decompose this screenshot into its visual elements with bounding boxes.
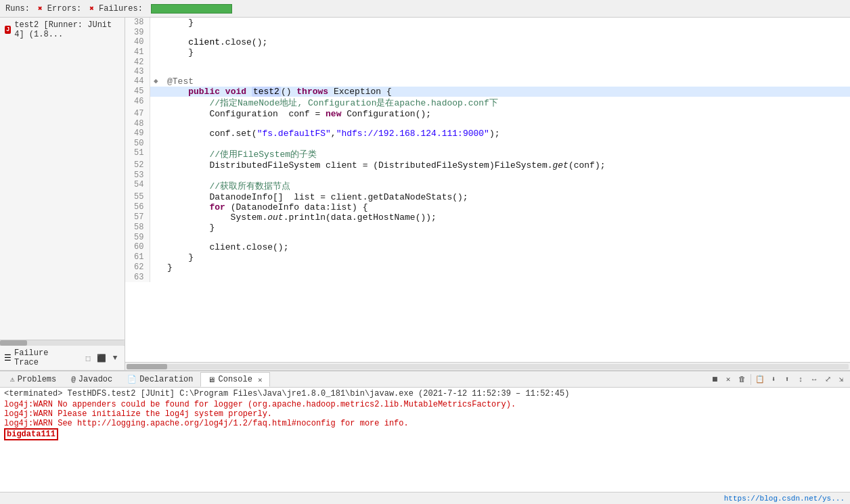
hscroll-thumb[interactable] <box>127 364 167 369</box>
tab-javadoc-label: Javadoc <box>79 375 112 384</box>
bottom-panel: ⚠ Problems @ Javadoc 📄 Declaration 🖥 Con… <box>0 370 850 492</box>
errors-label: ✖ Errors: <box>38 4 81 14</box>
console-bigdata: bigdata111 <box>4 428 58 440</box>
line-marker <box>150 119 162 129</box>
line-number: 52 <box>125 160 150 170</box>
console-btn7[interactable]: ↕ <box>795 373 807 386</box>
left-panel: J test2 [Runner: JUnit 4] (1.8... ☰ Fail… <box>0 18 125 370</box>
console-btn5[interactable]: ⬇ <box>767 373 780 386</box>
line-number: 55 <box>125 192 150 202</box>
line-code: @Test <box>162 76 850 87</box>
line-marker <box>150 273 162 282</box>
line-number: 40 <box>125 37 150 47</box>
line-marker <box>150 47 162 58</box>
line-marker <box>150 223 162 233</box>
declaration-icon: 📄 <box>127 375 137 384</box>
line-number: 46 <box>125 97 150 109</box>
line-number: 51 <box>125 148 150 160</box>
line-number: 49 <box>125 129 150 139</box>
line-code: DatanodeInfo[] list = client.getDataNode… <box>162 192 850 202</box>
status-url: https://blog.csdn.net/ys... <box>724 495 845 503</box>
tab-problems-label: Problems <box>18 375 57 384</box>
line-code: client.close(); <box>162 242 850 252</box>
line-code: } <box>162 262 850 273</box>
failure-trace-bar: ☰ Failure Trace ⬚ ⬛ ▼ <box>0 346 125 370</box>
line-marker <box>150 129 162 139</box>
bottom-tabs: ⚠ Problems @ Javadoc 📄 Declaration 🖥 Con… <box>0 371 850 388</box>
tree-item-test2[interactable]: J test2 [Runner: JUnit 4] (1.8... <box>0 19 125 41</box>
line-code <box>162 58 850 67</box>
ft-btn2[interactable]: ⬛ <box>96 352 107 363</box>
line-code <box>162 233 850 242</box>
console-btn10[interactable]: ⇲ <box>835 373 847 386</box>
tab-console-label: Console <box>218 375 252 384</box>
line-number: 44 <box>125 76 150 87</box>
console-content: <terminated> TestHDFS.test2 [JUnit] C:\P… <box>0 388 850 492</box>
console-btn4[interactable]: 📋 <box>754 373 766 386</box>
junit-icon: J <box>4 24 12 35</box>
console-btn8[interactable]: ↔ <box>808 373 820 386</box>
hscroll-bar[interactable] <box>125 362 850 370</box>
javadoc-icon: @ <box>71 375 76 384</box>
failure-trace-label: Failure Trace <box>14 348 77 367</box>
console-btn6[interactable]: ⬆ <box>781 373 793 386</box>
ft-btn3[interactable]: ▼ <box>110 352 120 363</box>
hscroll-track[interactable] <box>127 364 849 369</box>
line-number: 43 <box>125 67 150 76</box>
failures-label: ✖ Failures: <box>89 4 143 14</box>
line-code: //指定NameNode地址, Configuration是在apache.ha… <box>162 97 850 109</box>
line-number: 60 <box>125 242 150 252</box>
line-number: 58 <box>125 223 150 233</box>
tab-declaration[interactable]: 📄 Declaration <box>120 372 200 387</box>
code-area: 38 }3940 client.close();41 }424344◆@Test… <box>125 18 850 370</box>
line-marker <box>150 212 162 223</box>
line-code: } <box>162 252 850 262</box>
runs-label: Runs: <box>5 4 30 14</box>
tab-console[interactable]: 🖥 Console ✕ <box>200 372 269 387</box>
problems-icon: ⚠ <box>10 375 15 384</box>
code-scroll[interactable]: 38 }3940 client.close();41 }424344◆@Test… <box>125 18 850 362</box>
line-number: 41 <box>125 47 150 58</box>
failure-icon: ✖ <box>89 5 94 13</box>
line-code <box>162 170 850 180</box>
line-marker <box>150 242 162 252</box>
line-number: 54 <box>125 180 150 192</box>
line-code <box>162 28 850 37</box>
console-warn2: log4j:WARN Please initialize the log4j s… <box>4 409 846 419</box>
line-number: 47 <box>125 109 150 119</box>
line-number: 42 <box>125 58 150 67</box>
tab-problems[interactable]: ⚠ Problems <box>3 372 64 387</box>
line-number: 56 <box>125 202 150 212</box>
line-marker <box>150 233 162 242</box>
console-warn3: log4j:WARN See http://logging.apache.org… <box>4 419 846 428</box>
line-code <box>162 273 850 282</box>
line-marker <box>150 192 162 202</box>
line-code: } <box>162 47 850 58</box>
line-number: 59 <box>125 233 150 242</box>
console-btn9[interactable]: ⤢ <box>822 373 834 386</box>
ft-btn1[interactable]: ⬚ <box>83 352 93 363</box>
line-marker <box>150 87 162 97</box>
console-close-btn[interactable]: ✕ <box>722 373 734 386</box>
line-marker <box>150 148 162 160</box>
line-marker <box>150 252 162 262</box>
console-close[interactable]: ✕ <box>258 375 263 384</box>
tab-javadoc[interactable]: @ Javadoc <box>64 372 120 387</box>
main-area: J test2 [Runner: JUnit 4] (1.8... ☰ Fail… <box>0 18 850 370</box>
line-code: Configuration conf = new Configuration()… <box>162 109 850 119</box>
line-number: 50 <box>125 139 150 148</box>
status-bar: https://blog.csdn.net/ys... <box>0 492 850 504</box>
console-clear-btn[interactable]: 🗑 <box>736 373 748 386</box>
line-code: client.close(); <box>162 37 850 47</box>
line-marker <box>150 170 162 180</box>
line-marker <box>150 202 162 212</box>
console-stop-btn[interactable]: ⏹ <box>709 373 721 386</box>
line-code: conf.set("fs.defaultFS","hdfs://192.168.… <box>162 129 850 139</box>
line-marker <box>150 109 162 119</box>
line-marker <box>150 97 162 109</box>
line-code: //获取所有数据节点 <box>162 180 850 192</box>
line-number: 53 <box>125 170 150 180</box>
line-number: 57 <box>125 212 150 223</box>
line-marker <box>150 18 162 28</box>
line-code <box>162 139 850 148</box>
